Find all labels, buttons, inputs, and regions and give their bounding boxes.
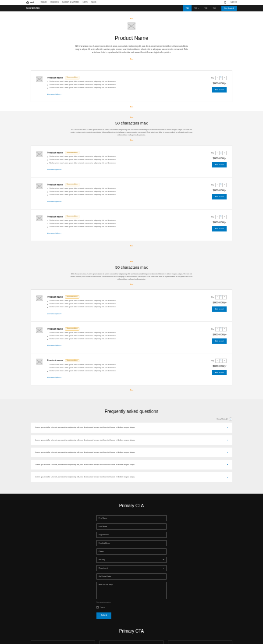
faq-question: Lorem ipsum dolor sit amet, consectetur … xyxy=(35,451,135,454)
qty-plus[interactable]: + xyxy=(223,327,226,331)
signin-link[interactable]: Sign In xyxy=(231,1,237,4)
section-desc: 420 characters max. Lorem ipsum dolor si… xyxy=(70,273,193,281)
add-to-cart-button[interactable]: Add to cart xyxy=(212,306,227,312)
qty-minus[interactable]: − xyxy=(216,295,219,299)
section-alert: Alert xyxy=(0,260,263,263)
secondary-tab-3[interactable]: Tab xyxy=(210,5,218,11)
faq-item[interactable]: Lorem ipsum dolor sit amet, consectetur … xyxy=(31,472,232,482)
section-desc: 420 characters max. Lorem ipsum dolor si… xyxy=(70,128,193,136)
bullet-item: 75 characters max. Lorem ipsum dolor sit… xyxy=(47,159,165,161)
organization-field[interactable]: Organization xyxy=(96,532,167,538)
view-description-link[interactable]: View description xyxy=(47,344,61,347)
search-icon[interactable] xyxy=(224,1,226,4)
bullet-item: 75 characters max. Lorem ipsum dolor sit… xyxy=(47,338,165,341)
add-to-cart-button[interactable]: Add to cart xyxy=(212,370,227,375)
nav-support[interactable]: Support & Services xyxy=(62,1,79,4)
qty-minus[interactable]: − xyxy=(216,76,219,80)
qty-minus[interactable]: − xyxy=(216,359,219,363)
secondary-tab-2[interactable]: Tab xyxy=(202,5,210,11)
add-to-cart-button[interactable]: Add to cart xyxy=(212,226,227,231)
nav-about[interactable]: About xyxy=(91,1,96,4)
qty-plus[interactable]: + xyxy=(223,76,226,80)
qty-value[interactable]: 1 xyxy=(219,183,223,187)
add-to-cart-button[interactable]: Add to cart xyxy=(212,87,227,93)
qty-plus[interactable]: + xyxy=(223,359,226,363)
product-bullets: 75 characters max. Lorem ipsum dolor sit… xyxy=(47,81,165,89)
view-description-link[interactable]: View description xyxy=(47,232,61,235)
industry-select[interactable]: Industry xyxy=(96,557,167,563)
product-card-group: Product name Recommendation 75 character… xyxy=(31,289,232,385)
view-description-link[interactable]: View description xyxy=(47,93,61,96)
product-thumbnail xyxy=(36,183,43,189)
product-name: Product name xyxy=(47,359,63,362)
bullet-item: 75 characters max. Lorem ipsum dolor sit… xyxy=(47,84,165,86)
qty-value[interactable]: 1 xyxy=(219,215,223,219)
first-name-field[interactable]: First Name xyxy=(96,515,167,521)
nav-product[interactable]: Product xyxy=(40,1,47,4)
price: $000,000/yr xyxy=(213,189,227,192)
recommendation-badge: Recommendation xyxy=(65,183,79,186)
department-select[interactable]: Department xyxy=(96,565,167,571)
view-description-link[interactable]: View description xyxy=(47,376,61,379)
last-name-field[interactable]: Last Name xyxy=(96,523,167,530)
checkbox-label: I agree xyxy=(100,606,105,609)
add-to-cart-button[interactable]: Add to cart xyxy=(212,162,227,167)
qty-plus[interactable]: + xyxy=(223,215,226,219)
chevron-down-icon xyxy=(227,427,228,428)
qty-minus[interactable]: − xyxy=(216,183,219,187)
message-textarea[interactable]: How can we help? xyxy=(96,582,167,599)
zip-field[interactable]: Zip/Postal Code xyxy=(96,573,167,580)
esri-logo[interactable]: esri xyxy=(26,1,34,4)
product-name: Product name xyxy=(47,151,63,154)
view-description-link[interactable]: View description xyxy=(47,200,61,203)
qty-minus[interactable]: − xyxy=(216,215,219,219)
contact-card: ✎ Send a message Get an email response. … xyxy=(100,640,164,644)
faq-expand-all[interactable]: Show/Hide All xyxy=(31,417,232,421)
phone-field[interactable]: Phone xyxy=(96,548,167,555)
submit-button[interactable]: Submit xyxy=(96,612,111,619)
bullet-item: 75 characters max. Lorem ipsum dolor sit… xyxy=(47,303,165,306)
faq-item[interactable]: Lorem ipsum dolor sit amet, consectetur … xyxy=(31,448,232,457)
bullet-item: 75 characters max. Lorem ipsum dolor sit… xyxy=(47,370,165,373)
product-bullets: 75 characters max. Lorem ipsum dolor sit… xyxy=(47,300,165,309)
faq-item[interactable]: Lorem ipsum dolor sit amet, consectetur … xyxy=(31,423,232,432)
qty-value[interactable]: 1 xyxy=(219,327,223,331)
qty-value[interactable]: 1 xyxy=(219,76,223,80)
faq-question: Lorem ipsum dolor sit amet, consectetur … xyxy=(35,426,135,429)
email-field[interactable]: Email Address xyxy=(96,540,167,546)
qty-plus[interactable]: + xyxy=(223,183,226,187)
faq-expand-label: Show/Hide All xyxy=(217,418,227,420)
qty-plus[interactable]: + xyxy=(223,295,226,299)
secondary-tab-0[interactable]: Tab xyxy=(183,5,192,11)
qty-value[interactable]: 1 xyxy=(219,295,223,299)
bullet-item: 75 characters max. Lorem ipsum dolor sit… xyxy=(47,191,165,193)
nav-industries[interactable]: Industries xyxy=(50,1,59,4)
add-to-cart-button[interactable]: Add to cart xyxy=(212,194,227,199)
view-description-link[interactable]: View description xyxy=(47,168,61,171)
contact-card: 💬 Chat now Begin a conversation online. … xyxy=(31,640,95,644)
price: $000,000/yr xyxy=(213,301,227,305)
product-bullets: 75 characters max. Lorem ipsum dolor sit… xyxy=(47,332,165,341)
faq-item[interactable]: Lorem ipsum dolor sit amet, consectetur … xyxy=(31,435,232,445)
primary-nav: Product Industries Support & Services Ne… xyxy=(40,1,96,4)
qty-minus[interactable]: − xyxy=(216,327,219,331)
bullet-item: 75 characters max. Lorem ipsum dolor sit… xyxy=(47,188,165,190)
product-thumbnail xyxy=(36,76,43,82)
bullet-item: 75 characters max. Lorem ipsum dolor sit… xyxy=(47,364,165,366)
view-description-link[interactable]: View description xyxy=(47,313,61,315)
qty-value[interactable]: 1 xyxy=(219,151,223,155)
nav-news[interactable]: News xyxy=(82,1,87,4)
chevron-down-icon xyxy=(60,201,61,202)
qty-plus[interactable]: + xyxy=(223,151,226,155)
add-to-cart-button[interactable]: Add to cart xyxy=(212,338,227,344)
secondary-tab-1[interactable]: Tab xyxy=(192,5,202,11)
qty-minus[interactable]: − xyxy=(216,151,219,155)
agree-checkbox[interactable]: I agree xyxy=(96,606,167,609)
bullet-item: 75 characters max. Lorem ipsum dolor sit… xyxy=(47,194,165,196)
qty-value[interactable]: 1 xyxy=(219,359,223,363)
recommendation-badge: Recommendation xyxy=(65,359,79,363)
faq-item[interactable]: Lorem ipsum dolor sit amet, consectetur … xyxy=(31,460,232,470)
get-started-button[interactable]: Get Started xyxy=(221,6,237,11)
chevron-down-icon xyxy=(227,464,228,465)
faq-question: Lorem ipsum dolor sit amet, consectetur … xyxy=(35,439,135,441)
